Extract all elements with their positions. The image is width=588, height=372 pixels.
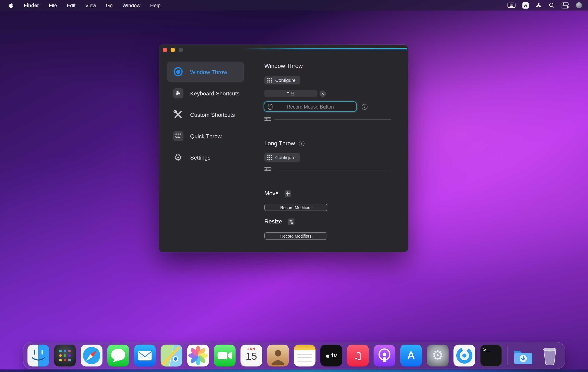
traffic-light-minimize[interactable]	[171, 48, 175, 52]
move-icon	[284, 190, 291, 197]
music-note-glyph: ♫	[353, 349, 363, 362]
quick-throw-icon	[172, 130, 184, 142]
menu-item-edit[interactable]: Edit	[67, 2, 75, 8]
gear-icon: ⚙	[172, 152, 184, 163]
info-icon-long-throw[interactable]: i	[299, 141, 304, 146]
record-mouse-button-field[interactable]: Record Mouse Button	[263, 101, 357, 112]
sidebar-item-window-throw[interactable]: Window Throw	[167, 62, 244, 82]
calendar-day: 15	[246, 351, 257, 362]
dock-item-podcasts[interactable]	[374, 345, 395, 366]
menu-bar: Finder File Edit View Go Window Help	[0, 0, 588, 11]
window-controls	[163, 48, 183, 52]
window-throw-options-row	[264, 117, 391, 122]
app-store-letter: A	[407, 350, 415, 362]
dock-item-terminal[interactable]: >_	[480, 345, 502, 366]
resize-heading-text: Resize	[264, 218, 282, 225]
menu-item-window[interactable]: Window	[122, 2, 140, 8]
dock-item-notes[interactable]	[294, 345, 315, 366]
control-center-icon[interactable]	[561, 2, 569, 9]
sidebar-item-keyboard-shortcuts[interactable]: ⌘ Keyboard Shortcuts	[167, 83, 244, 103]
menu-item-view[interactable]: View	[85, 2, 96, 8]
dock: JAN 15 tv ♫	[23, 342, 565, 369]
siri-icon[interactable]	[576, 2, 582, 8]
sidebar-item-settings[interactable]: ⚙ Settings	[167, 147, 244, 167]
menu-item-help[interactable]: Help	[150, 2, 160, 8]
dock-item-apple-tv[interactable]: tv	[320, 345, 342, 366]
move-heading-text: Move	[264, 190, 279, 197]
menu-item-go[interactable]: Go	[106, 2, 113, 8]
long-throw-configure-button[interactable]: Configure	[264, 153, 300, 162]
dock-item-photos[interactable]	[187, 345, 209, 366]
dock-item-safari[interactable]	[81, 345, 103, 366]
shortcut-recorder-field[interactable]: ^⌘	[264, 90, 317, 97]
spotlight-icon[interactable]	[549, 2, 555, 8]
record-modifiers-label: Record Modifiers	[280, 234, 312, 238]
input-source-icon[interactable]: A	[523, 2, 529, 9]
mouse-icon	[268, 104, 273, 111]
fan-icon[interactable]	[536, 2, 542, 9]
sidebar-item-label: Window Throw	[190, 69, 227, 75]
dock-item-calendar[interactable]: JAN 15	[241, 345, 262, 366]
grid-icon	[267, 78, 272, 83]
divider	[274, 119, 391, 120]
sidebar-item-label: Keyboard Shortcuts	[190, 90, 240, 96]
dock-item-mosaic[interactable]	[453, 345, 475, 366]
dock-item-facetime[interactable]	[214, 345, 236, 366]
sliders-icon[interactable]	[264, 166, 271, 173]
settings-pane: Window Throw Configure ^⌘ ×	[264, 45, 400, 252]
divider	[274, 169, 391, 170]
dock-item-contacts[interactable]	[267, 345, 289, 366]
record-mouse-placeholder: Record Mouse Button	[287, 104, 334, 109]
dock-item-maps[interactable]	[161, 345, 182, 366]
keyboard-icon[interactable]	[507, 2, 516, 9]
sidebar-item-quick-throw[interactable]: Quick Throw	[167, 126, 244, 146]
window-throw-heading-text: Window Throw	[264, 63, 303, 69]
traffic-light-close[interactable]	[163, 48, 167, 52]
mouse-button-row: Record Mouse Button i	[263, 101, 367, 112]
resize-heading: Resize	[264, 218, 295, 225]
shortcut-value: ^⌘	[286, 91, 295, 96]
traffic-light-zoom[interactable]	[178, 48, 183, 52]
app-window: Window Throw ⌘ Keyboard Shortcuts Custom…	[159, 45, 408, 252]
sidebar-item-custom-shortcuts[interactable]: Custom Shortcuts	[167, 104, 244, 125]
dock-item-trash[interactable]	[539, 345, 560, 366]
long-throw-heading-text: Long Throw	[264, 140, 295, 147]
apple-tv-label: tv	[331, 352, 337, 359]
apple-menu-icon[interactable]	[8, 2, 14, 9]
configure-label: Configure	[275, 77, 295, 83]
notes-yellow-band	[294, 345, 315, 350]
input-source-letter: A	[524, 2, 527, 8]
move-record-modifiers-button[interactable]: Record Modifiers	[264, 204, 327, 211]
window-throw-target-icon	[172, 66, 184, 77]
dock-item-mail[interactable]	[134, 345, 156, 366]
dock-item-finder[interactable]	[28, 345, 49, 366]
info-icon-mouse[interactable]: i	[362, 104, 368, 109]
dock-item-app-store[interactable]: A	[400, 345, 422, 366]
clear-shortcut-button[interactable]: ×	[320, 91, 326, 97]
dock-separator	[507, 346, 507, 365]
terminal-prompt-glyph: >_	[483, 347, 490, 353]
sidebar-item-label: Settings	[190, 154, 210, 160]
grid-icon	[267, 155, 272, 160]
dock-item-downloads[interactable]	[512, 345, 534, 366]
system-preferences-gear-glyph: ⚙	[431, 349, 444, 362]
resize-record-modifiers-button[interactable]: Record Modifiers	[264, 232, 327, 240]
move-heading: Move	[264, 190, 291, 197]
sidebar: Window Throw ⌘ Keyboard Shortcuts Custom…	[167, 62, 244, 167]
shortcut-recorder-row: ^⌘ ×	[264, 90, 326, 97]
crossed-tools-icon	[172, 109, 184, 120]
wallpaper-bottom-glow	[0, 370, 588, 372]
record-modifiers-label: Record Modifiers	[280, 205, 312, 210]
command-key-icon: ⌘	[172, 88, 184, 98]
window-throw-configure-button[interactable]: Configure	[264, 76, 300, 84]
dock-item-launchpad[interactable]	[54, 345, 76, 366]
sliders-icon[interactable]	[264, 116, 271, 123]
dock-item-system-preferences[interactable]: ⚙	[427, 345, 449, 366]
menu-item-file[interactable]: File	[49, 2, 57, 8]
dock-item-music[interactable]: ♫	[347, 345, 369, 366]
long-throw-heading: Long Throw i	[264, 140, 304, 147]
menu-item-app-name[interactable]: Finder	[24, 2, 39, 8]
sidebar-item-label: Custom Shortcuts	[190, 111, 235, 118]
dock-item-messages[interactable]	[107, 345, 129, 366]
resize-icon	[288, 218, 294, 225]
